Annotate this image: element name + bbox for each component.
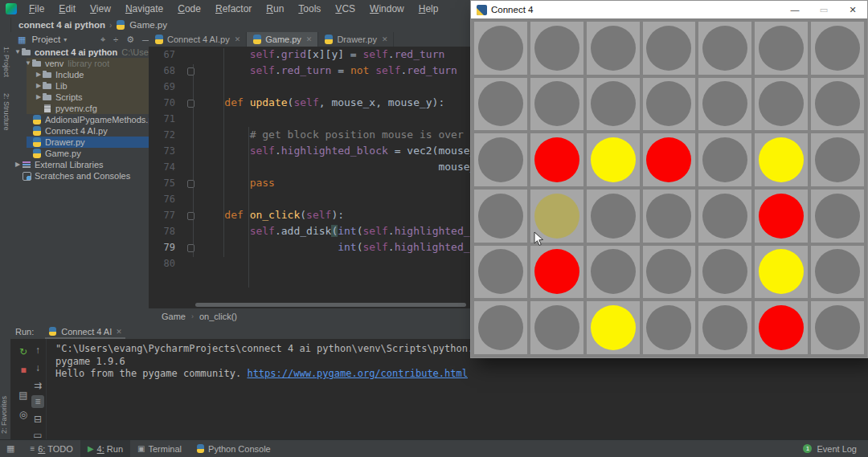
chevron-down-icon[interactable]: ▾ — [63, 36, 67, 43]
up-stack-icon[interactable]: ↑ — [31, 344, 44, 357]
stripe-label[interactable]: 2: Structure — [0, 93, 10, 131]
editor-tab-drawer-py[interactable]: Drawer.py✕ — [318, 32, 394, 47]
editor-breadcrumb-segment[interactable]: on_click() — [199, 312, 237, 321]
breadcrumb-project[interactable]: connect 4 ai python — [18, 20, 105, 30]
menu-item-view[interactable]: View — [83, 0, 118, 18]
soft-wrap-icon[interactable]: ⇉ — [31, 379, 44, 392]
restore-layout-icon[interactable]: ▤ — [17, 389, 30, 402]
fold-marker-icon[interactable] — [187, 180, 194, 188]
board-cell-r5c2[interactable] — [587, 301, 640, 354]
status-item-6-todo[interactable]: ≡6: TODO — [23, 440, 80, 457]
board-cell-r4c1[interactable] — [530, 246, 583, 299]
run-tab[interactable]: Connect 4 AI ✕ — [45, 324, 125, 339]
fold-marker-icon[interactable] — [187, 244, 194, 252]
menu-item-help[interactable]: Help — [411, 0, 446, 18]
board-cell-r3c3[interactable] — [643, 190, 696, 243]
tree-item-addionalpygamemethods-py[interactable]: AddionalPygameMethods.py — [10, 114, 149, 125]
menu-item-code[interactable]: Code — [170, 0, 208, 18]
stop-icon[interactable]: ■ — [17, 364, 30, 377]
settings-icon[interactable]: ⚙ — [124, 35, 137, 45]
minimize-button[interactable]: — — [780, 1, 809, 18]
game-title-bar[interactable]: Connect 4 —▭✕ — [471, 1, 867, 18]
chevron-down-icon[interactable]: ▼ — [14, 47, 22, 58]
board-cell-r0c1[interactable] — [530, 22, 583, 75]
pin-icon[interactable]: ◎ — [17, 408, 30, 421]
editor-breadcrumb-segment[interactable]: Game — [162, 312, 186, 321]
board-cell-r0c5[interactable] — [755, 22, 808, 75]
connect4-game-window[interactable]: Connect 4 —▭✕ — [470, 0, 868, 358]
board-cell-r2c3[interactable] — [643, 133, 696, 186]
board-cell-r3c5[interactable] — [755, 190, 808, 243]
tree-item-external-libraries[interactable]: ▶External Libraries — [10, 159, 149, 170]
tree-item-connect-4-ai-python[interactable]: ▼connect 4 ai pythonC:\Users\evang\Py — [10, 47, 149, 58]
chevron-down-icon[interactable]: ▼ — [24, 58, 32, 69]
board-cell-r3c2[interactable] — [587, 190, 640, 243]
board-cell-r3c6[interactable] — [811, 190, 864, 243]
tree-item-scratches-and-consoles[interactable]: Scratches and Consoles — [10, 170, 149, 182]
board-cell-r1c2[interactable] — [587, 78, 640, 131]
board-cell-r2c5[interactable] — [755, 133, 808, 186]
stripe-label[interactable]: 2: Favorites — [0, 396, 10, 434]
menu-item-edit[interactable]: Edit — [51, 0, 83, 18]
menu-item-window[interactable]: Window — [362, 0, 411, 18]
board-cell-r4c0[interactable] — [474, 246, 527, 299]
project-panel-title[interactable]: Project — [31, 35, 60, 44]
status-item-4-run[interactable]: ▶4: Run — [80, 440, 130, 457]
fold-marker-icon[interactable] — [187, 212, 194, 220]
board-cell-r2c0[interactable] — [474, 133, 527, 186]
close-icon[interactable]: ✕ — [235, 35, 241, 43]
board-cell-r4c4[interactable] — [698, 246, 751, 299]
print-icon[interactable]: ⊟ — [31, 413, 44, 426]
tree-item-lib[interactable]: ▶Lib — [10, 80, 149, 92]
board-cell-r0c4[interactable] — [698, 22, 751, 75]
rerun-icon[interactable]: ↻ — [17, 345, 30, 358]
tree-item-game-py[interactable]: Game.py — [10, 148, 149, 159]
tree-item-scripts[interactable]: ▶Scripts — [10, 92, 149, 103]
board-cell-r5c3[interactable] — [643, 301, 696, 354]
scroll-to-end-icon[interactable]: ≡ — [31, 395, 44, 408]
menu-item-file[interactable]: File — [22, 0, 51, 18]
menu-item-vcs[interactable]: VCS — [328, 0, 362, 18]
board-cell-r2c1[interactable] — [530, 133, 583, 186]
breadcrumb-file[interactable]: Game.py — [129, 20, 167, 30]
board-cell-r4c3[interactable] — [643, 246, 696, 299]
locate-icon[interactable]: ⌖ — [98, 35, 108, 45]
close-icon[interactable]: ✕ — [116, 328, 122, 336]
maximize-button[interactable]: ▭ — [809, 1, 838, 18]
tree-item-drawer-py[interactable]: Drawer.py — [10, 137, 149, 148]
board-cell-r0c0[interactable] — [474, 22, 527, 75]
menu-item-run[interactable]: Run — [259, 0, 291, 18]
board-cell-r1c3[interactable] — [643, 78, 696, 131]
board-cell-r5c4[interactable] — [698, 301, 751, 354]
board-cell-r1c1[interactable] — [530, 78, 583, 131]
board-cell-r1c6[interactable] — [811, 78, 864, 131]
close-button[interactable]: ✕ — [838, 1, 867, 18]
horizontal-scrollbar[interactable] — [195, 303, 466, 307]
chevron-right-icon[interactable]: ▶ — [14, 159, 22, 170]
tree-item-pyvenv-cfg[interactable]: pyvenv.cfg — [10, 103, 149, 114]
board-cell-r5c1[interactable] — [530, 301, 583, 354]
chevron-right-icon[interactable]: ▶ — [35, 80, 43, 92]
console-link[interactable]: https://www.pygame.org/contribute.html — [247, 368, 468, 379]
board-cell-r1c0[interactable] — [474, 78, 527, 131]
board-cell-r4c2[interactable] — [587, 246, 640, 299]
collapse-all-icon[interactable]: ÷ — [111, 35, 121, 44]
board-cell-r3c4[interactable] — [698, 190, 751, 243]
menu-item-navigate[interactable]: Navigate — [118, 0, 170, 18]
board-cell-r5c6[interactable] — [811, 301, 864, 354]
tree-item-connect-4-ai-py[interactable]: Connect 4 AI.py — [10, 125, 149, 137]
board-cell-r5c0[interactable] — [474, 301, 527, 354]
tool-windows-icon[interactable]: ▦ — [6, 443, 14, 454]
event-log-button[interactable]: Event Log — [817, 444, 857, 454]
board-cell-r5c5[interactable] — [755, 301, 808, 354]
menu-item-tools[interactable]: Tools — [291, 0, 328, 18]
tree-item-include[interactable]: ▶Include — [10, 69, 149, 80]
editor-tab-connect-4-ai-py[interactable]: Connect 4 AI.py✕ — [149, 32, 247, 47]
board-cell-r1c4[interactable] — [698, 78, 751, 131]
connect4-board[interactable] — [471, 18, 867, 357]
close-icon[interactable]: ✕ — [382, 35, 388, 43]
board-cell-r2c6[interactable] — [811, 133, 864, 186]
board-cell-r4c5[interactable] — [755, 246, 808, 299]
fold-marker-icon[interactable] — [187, 67, 194, 75]
status-item-python-console[interactable]: Python Console — [189, 440, 278, 457]
